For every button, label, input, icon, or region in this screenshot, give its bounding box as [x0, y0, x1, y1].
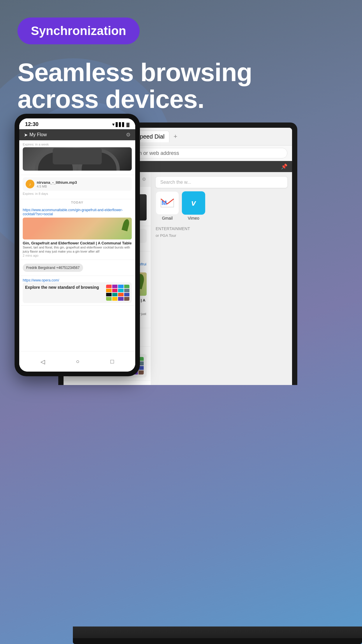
phone-navbar: ◁ ○ □ [19, 351, 135, 372]
phone-flow-item-opera: https://www.opera.com/ Explore the new s… [19, 276, 135, 306]
phone-card-title: Gin, Grapefruit and Elderflower Cocktail… [23, 241, 132, 245]
phone-expires-week: Expires: in a week [23, 143, 132, 146]
phone-flow-settings-icon[interactable]: ⚙ [126, 132, 131, 138]
devices-container: O ♥ Bookmarks ⊞ Speed Dial + [0, 114, 362, 644]
headline-line2: across devices. [17, 86, 280, 113]
phone-statusbar: 12:30 ▾ ▋▋▋ ▓ [19, 118, 135, 129]
phone-flow-arrow-icon: ➤ [24, 132, 28, 138]
entertainment-label: ENTERTAINMENT [156, 226, 287, 231]
phone-flow-header: ➤ My Flow ⚙ [19, 129, 135, 140]
phone-flow-message: Fredrik Bergstrand +46751234567 [23, 264, 83, 272]
phone-opera-card: Explore the new standard of browsing [23, 282, 132, 303]
recent-button[interactable]: □ [110, 358, 114, 365]
phone-card-desc: Sweet, tart and floral, this gin, grapef… [23, 245, 132, 254]
back-button[interactable]: ◁ [41, 358, 45, 365]
signal-icon: ▋▋▋ [116, 122, 125, 127]
gmail-label: Gmail [162, 216, 173, 220]
phone-flow-item-link: https://www.acommunaltable.com/gin-grape… [19, 206, 135, 260]
header-section: Synchronization Seamless browsing across… [17, 18, 362, 113]
phone-card-time: 2 mins ago [23, 254, 132, 257]
flow-bar-pin: 📌 [281, 163, 287, 170]
phone-expires-8days: Expires: in 8 days [23, 192, 132, 195]
tab-speeddial-label: Speed Dial [136, 133, 165, 140]
phone-music-size: 4.5 MB [37, 185, 77, 188]
headline-line1: Seamless browsing [17, 59, 280, 86]
sd-item-vimeo[interactable]: v Vimeo [182, 191, 205, 220]
svg-text:M: M [161, 199, 167, 206]
status-time: 12:30 [25, 121, 38, 127]
phone-flow-item-music: ♪ nirvana_-_lithium.mp3 4.5 MB Expires: … [19, 175, 135, 199]
vimeo-label: Vimeo [188, 216, 199, 220]
tab-add-button[interactable]: + [171, 131, 180, 142]
phone-mockup: 12:30 ▾ ▋▋▋ ▓ ➤ My Flow ⚙ Expires [15, 114, 140, 376]
phone-flow-item-message: Fredrik Bergstrand +46751234567 [19, 260, 135, 276]
phone-music-icon: ♪ [26, 180, 34, 188]
phone-music-row: ♪ nirvana_-_lithium.mp3 4.5 MB [23, 177, 132, 191]
phone-flow-title-text: My Flow [29, 132, 47, 137]
phone-opera-text: Explore the new standard of browsing [25, 285, 99, 290]
phone-flow-item-moto: Expires: in a week [19, 140, 135, 175]
phone-music-info: nirvana_-_lithium.mp3 4.5 MB [37, 180, 77, 188]
phone-flow-link[interactable]: https://www.acommunaltable.com/gin-grape… [23, 208, 132, 216]
phone-flow-title: ➤ My Flow [24, 132, 47, 138]
speeddial-search[interactable]: Search the w... [156, 177, 287, 188]
phone-today-divider: TODAY [19, 199, 135, 206]
sd-item-gmail[interactable]: M Gmail [156, 191, 179, 220]
phone-screen: 12:30 ▾ ▋▋▋ ▓ ➤ My Flow ⚙ Expires [19, 118, 135, 372]
pga-text: or PGA Tour [156, 233, 287, 238]
phone-opera-link[interactable]: https://www.opera.com/ [23, 278, 132, 282]
speeddial-area: Search the w... M [151, 172, 292, 385]
phone-cocktail-image [23, 218, 132, 239]
phone-music-name: nirvana_-_lithium.mp3 [37, 180, 77, 185]
laptop-base-foot [73, 638, 362, 644]
gmail-icon: M [156, 191, 179, 215]
wifi-icon: ▾ [112, 122, 115, 127]
speeddial-icons: M Gmail v Vimeo [156, 191, 287, 220]
vimeo-icon: v [182, 191, 205, 215]
phone-opera-thumb [106, 285, 129, 301]
flow-settings-icon[interactable]: ⚙ [142, 176, 146, 182]
home-button[interactable]: ○ [76, 358, 79, 365]
phone-content: Expires: in a week ♪ nirvana_-_lithium.m… [19, 140, 135, 356]
battery-icon: ▓ [126, 122, 129, 127]
headline: Seamless browsing across devices. [17, 59, 280, 113]
synchronization-badge: Synchronization [17, 18, 140, 44]
status-icons: ▾ ▋▋▋ ▓ [112, 122, 129, 127]
phone-moto-image [23, 147, 132, 171]
